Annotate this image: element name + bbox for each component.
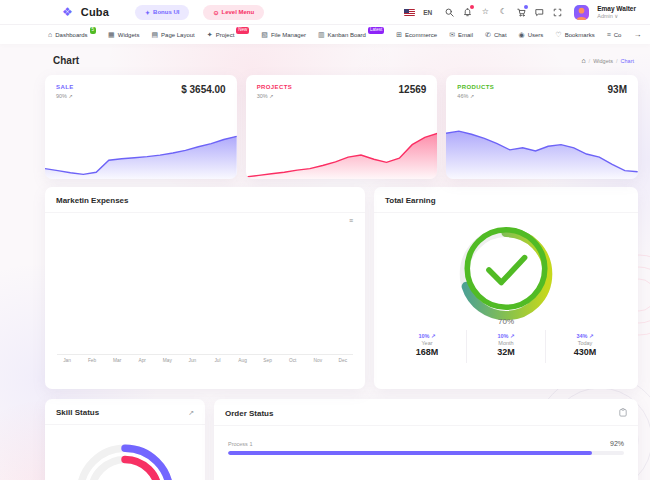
- chevron-down-icon: ∨: [614, 13, 618, 19]
- skill-status-title: Skill Status: [56, 408, 99, 417]
- chat-icon: ✆: [485, 31, 491, 39]
- target-icon: ⊙: [213, 9, 218, 16]
- breadcrumb-widgets[interactable]: Widgets: [593, 58, 613, 64]
- user-name: Emay Walter: [597, 5, 636, 12]
- user-menu[interactable]: Emay Walter Admin ∨: [597, 5, 636, 19]
- order-status-card: Order Status Process 1 92%: [214, 399, 638, 480]
- brand-name: Cuba: [81, 6, 109, 18]
- nav-item-project[interactable]: ✦ProjectNew: [207, 31, 250, 39]
- earning-stat-today: 34% ↗Today430M: [545, 330, 624, 363]
- arrow-up-icon: ↗: [431, 333, 436, 339]
- x-label: Sep: [260, 358, 276, 363]
- nav-badge: New: [236, 27, 249, 34]
- marketing-expenses-card: Marketin Expenses ≡ JanFebMarAprMayJunJu…: [45, 187, 365, 389]
- bell-icon[interactable]: [462, 7, 472, 17]
- earning-label: Today: [546, 340, 624, 346]
- nav-scroll-right-icon[interactable]: →: [633, 30, 641, 39]
- message-icon[interactable]: [534, 7, 544, 17]
- bar-chart-x-labels: JanFebMarAprMayJunJulAugSepOctNovDec: [57, 355, 353, 363]
- nav-badge: Latest: [368, 27, 384, 34]
- nav-item-chat[interactable]: ✆Chat: [485, 31, 507, 39]
- stat-percent: 30%: [257, 93, 268, 99]
- marketing-expenses-bar-chart: [57, 237, 353, 355]
- search-icon[interactable]: [444, 7, 454, 17]
- stat-label: PRODUCTS: [457, 84, 494, 90]
- earning-stat-month: 10% ↗Month32M: [466, 330, 545, 363]
- x-label: Mar: [109, 358, 125, 363]
- x-label: Jul: [209, 358, 225, 363]
- bonus-ui-button[interactable]: ✦ Bonus UI: [135, 5, 189, 20]
- nav-item-co[interactable]: ≡Co: [607, 31, 622, 38]
- x-label: Jan: [59, 358, 75, 363]
- level-menu-button[interactable]: ⊙ Level Menu: [203, 5, 264, 20]
- skill-status-card: Skill Status ↗: [45, 399, 205, 480]
- progress-label: Process 1: [228, 441, 252, 447]
- earning-percent: 10% ↗: [388, 333, 466, 339]
- menu-icon: ≡: [607, 31, 611, 38]
- avatar[interactable]: [574, 5, 589, 20]
- arrow-up-icon: ↗: [510, 333, 515, 339]
- cuba-logo-icon: ❖: [62, 6, 73, 18]
- cart-badge: [524, 5, 528, 9]
- stat-card-products: PRODUCTS46% ↗93M: [446, 75, 638, 179]
- x-label: May: [159, 358, 175, 363]
- order-progress-row: Process 1 92%: [228, 440, 624, 455]
- project-icon: ✦: [207, 31, 213, 39]
- nav-item-page-layout[interactable]: ▤Page Layout: [151, 31, 194, 39]
- donut-percent: 70%: [498, 317, 514, 326]
- nav-item-email[interactable]: ✉Email: [449, 31, 473, 39]
- clipboard-icon[interactable]: [619, 408, 627, 418]
- breadcrumb: ⌂ / Widgets / Chart: [581, 57, 634, 64]
- home-icon: ⌂: [48, 31, 52, 38]
- x-label: Feb: [84, 358, 100, 363]
- cart-icon[interactable]: [516, 7, 526, 17]
- chart-menu-icon[interactable]: ≡: [349, 217, 353, 224]
- nav-item-dashboards[interactable]: ⌂Dashboards5: [48, 31, 96, 38]
- total-earning-card: Total Earning 70% 10% ↗Year168M10% ↗Mont…: [374, 187, 638, 389]
- progress-bar: [228, 451, 624, 455]
- stat-percent: 90%: [56, 93, 67, 99]
- earning-stat-year: 10% ↗Year168M: [388, 330, 466, 363]
- products-sparkline: [446, 127, 638, 179]
- progress-percent: 92%: [610, 440, 624, 447]
- layout-icon: ▤: [151, 31, 158, 39]
- home-icon[interactable]: ⌂: [581, 57, 585, 64]
- maximize-icon[interactable]: [552, 7, 562, 17]
- earning-label: Year: [388, 340, 466, 346]
- order-status-title: Order Status: [225, 409, 273, 418]
- earning-percent: 34% ↗: [546, 333, 624, 339]
- widgets-icon: ▦: [108, 31, 115, 39]
- arrow-up-icon: ↗: [69, 93, 73, 99]
- file-manager-icon: ▧: [261, 31, 268, 39]
- moon-icon[interactable]: ☾: [498, 7, 508, 17]
- total-earning-donut: 70%: [454, 222, 558, 326]
- us-flag-icon[interactable]: [404, 9, 415, 16]
- x-label: Oct: [285, 358, 301, 363]
- stat-label: PROJECTS: [257, 84, 293, 90]
- app-header: ❖ Cuba ✦ Bonus UI ⊙ Level Menu EN ☆ ☾: [0, 0, 650, 24]
- earning-value: 430M: [546, 347, 624, 357]
- stat-value: 12569: [399, 84, 427, 99]
- sparkle-icon: ✦: [145, 9, 150, 16]
- stat-percent: 46%: [457, 93, 468, 99]
- nav-item-widgets[interactable]: ▦Widgets: [108, 31, 139, 39]
- nav-item-ecommerce[interactable]: ⊞Ecommerce: [396, 31, 437, 39]
- email-icon: ✉: [449, 31, 455, 39]
- nav-item-kanban-board[interactable]: ▥Kanban BoardLatest: [318, 31, 384, 39]
- language-selector[interactable]: EN: [423, 9, 432, 16]
- x-label: Jun: [184, 358, 200, 363]
- page-title: Chart: [53, 55, 79, 66]
- arrow-up-icon: ↗: [589, 333, 594, 339]
- check-circle-icon: [454, 222, 558, 315]
- star-icon[interactable]: ☆: [480, 7, 490, 17]
- nav-item-bookmarks[interactable]: ♡Bookmarks: [555, 31, 594, 39]
- stat-value: 93M: [608, 84, 627, 99]
- trending-up-icon[interactable]: ↗: [188, 409, 194, 417]
- nav-item-users[interactable]: ◉Users: [519, 31, 544, 39]
- stat-label: SALE: [56, 84, 74, 90]
- nav-badge: 5: [90, 27, 97, 34]
- nav-item-file-manager[interactable]: ▧File Manager: [261, 31, 306, 39]
- marketing-expenses-title: Marketin Expenses: [56, 196, 128, 205]
- ecommerce-icon: ⊞: [396, 31, 402, 39]
- arrow-up-icon: ↗: [269, 93, 273, 99]
